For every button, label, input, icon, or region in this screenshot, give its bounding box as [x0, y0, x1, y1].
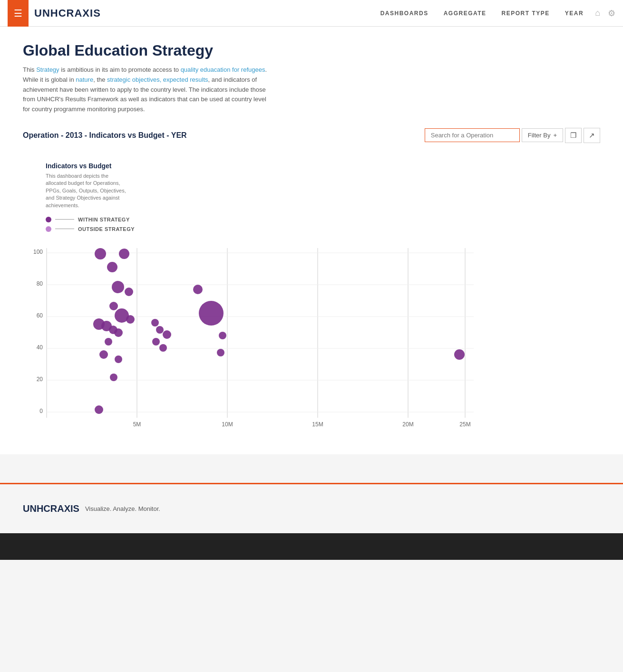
svg-text:100: 100 — [33, 249, 43, 255]
svg-point-25 — [107, 262, 117, 272]
svg-text:60: 60 — [37, 312, 43, 319]
copy-icon: ❐ — [570, 131, 576, 140]
chart-title: Indicators vs Budget — [23, 162, 600, 170]
strategy-link[interactable]: Strategy — [36, 66, 59, 73]
svg-point-47 — [219, 332, 226, 339]
svg-point-49 — [454, 349, 465, 360]
navigation: ☰ UNHCRAXIS DASHBOARDS AGGREGATE REPORT … — [0, 0, 623, 27]
svg-point-42 — [163, 330, 171, 339]
dark-footer — [0, 533, 623, 560]
share-button[interactable]: ↗ — [584, 128, 600, 143]
nav-icon-group: ⌂ ⚙ — [595, 8, 615, 19]
footer-logo-unhcr: UNHCR — [23, 503, 57, 514]
within-line — [55, 219, 74, 220]
quality-link[interactable]: quality eduacation for refugees — [181, 66, 265, 73]
nav-aggregate[interactable]: AGGREGATE — [444, 10, 487, 17]
svg-point-45 — [193, 285, 203, 294]
nature-link[interactable]: nature — [76, 76, 93, 83]
svg-point-44 — [159, 344, 167, 352]
footer-logo: UNHCRAXIS — [23, 503, 79, 514]
share-icon: ↗ — [589, 131, 595, 140]
svg-text:80: 80 — [37, 280, 43, 287]
nav-links: DASHBOARDS AGGREGATE REPORT TYPE YEAR — [380, 10, 584, 17]
copy-button[interactable]: ❐ — [565, 128, 582, 143]
nav-year[interactable]: YEAR — [565, 10, 584, 17]
footer: UNHCRAXIS Visualize. Analyze. Monitor. — [0, 484, 623, 533]
site-logo: UNHCRAXIS — [34, 7, 101, 19]
main-content: Global Education Strategy This Strategy … — [0, 27, 623, 454]
outside-line — [55, 229, 74, 229]
svg-point-48 — [217, 349, 224, 356]
svg-point-28 — [109, 302, 118, 310]
logo-unhcr: UNHCR — [34, 7, 74, 19]
svg-point-24 — [119, 249, 129, 259]
svg-point-35 — [105, 338, 112, 346]
settings-icon[interactable]: ⚙ — [608, 8, 615, 19]
home-icon[interactable]: ⌂ — [595, 8, 600, 19]
chart-legend: WITHIN STRATEGY OUTSIDE STRATEGY — [23, 217, 600, 232]
svg-point-34 — [114, 328, 123, 337]
section-title: Operation - 2013 - Indicators vs Budget … — [23, 131, 187, 140]
section-controls: Filter By + ❐ ↗ — [425, 128, 600, 143]
section-header: Operation - 2013 - Indicators vs Budget … — [23, 128, 600, 143]
objectives-link[interactable]: strategic objectives, expected results — [107, 76, 208, 83]
svg-point-40 — [151, 319, 159, 326]
nav-report-type[interactable]: REPORT TYPE — [502, 10, 550, 17]
within-dot — [46, 217, 51, 222]
svg-text:40: 40 — [37, 344, 43, 351]
svg-point-23 — [95, 248, 106, 259]
svg-text:20M: 20M — [402, 421, 413, 428]
menu-icon[interactable]: ☰ — [8, 0, 29, 27]
svg-text:0: 0 — [39, 408, 43, 414]
chart-subtitle: This dashboard depicts the allocated bud… — [23, 173, 127, 209]
svg-point-27 — [125, 288, 133, 296]
outside-label: OUTSIDE STRATEGY — [78, 226, 135, 232]
svg-text:20: 20 — [37, 376, 43, 383]
svg-text:5M: 5M — [133, 421, 141, 428]
svg-point-26 — [112, 281, 124, 293]
bubble-chart: 100 80 60 40 20 0 — [27, 240, 493, 439]
page-description: This Strategy is ambitious in its aim to… — [23, 65, 270, 115]
svg-text:15M: 15M — [312, 421, 323, 428]
svg-point-36 — [99, 350, 108, 359]
footer-tagline: Visualize. Analyze. Monitor. — [85, 505, 160, 512]
svg-text:10M: 10M — [222, 421, 233, 428]
svg-point-38 — [110, 374, 117, 381]
nav-dashboards[interactable]: DASHBOARDS — [380, 10, 428, 17]
search-input[interactable] — [425, 128, 520, 142]
svg-point-46 — [199, 301, 224, 326]
svg-point-41 — [156, 326, 164, 334]
legend-outside: OUTSIDE STRATEGY — [46, 226, 600, 232]
outside-dot — [46, 226, 51, 232]
svg-point-30 — [126, 315, 135, 324]
filter-button[interactable]: Filter By + — [522, 128, 563, 142]
svg-text:25M: 25M — [459, 421, 470, 428]
logo-axis: AXIS — [74, 7, 100, 19]
svg-point-43 — [152, 338, 160, 346]
chart-container: Indicators vs Budget This dashboard depi… — [23, 154, 600, 439]
chart-svg-wrapper: 100 80 60 40 20 0 — [23, 240, 600, 439]
page-title: Global Education Strategy — [23, 42, 600, 59]
legend-within: WITHIN STRATEGY — [46, 217, 600, 222]
footer-logo-axis: AXIS — [57, 503, 79, 514]
filter-label: Filter By — [528, 132, 551, 139]
svg-point-39 — [95, 405, 103, 414]
filter-plus-icon: + — [553, 132, 557, 139]
svg-point-37 — [115, 355, 122, 363]
within-label: WITHIN STRATEGY — [78, 217, 130, 222]
